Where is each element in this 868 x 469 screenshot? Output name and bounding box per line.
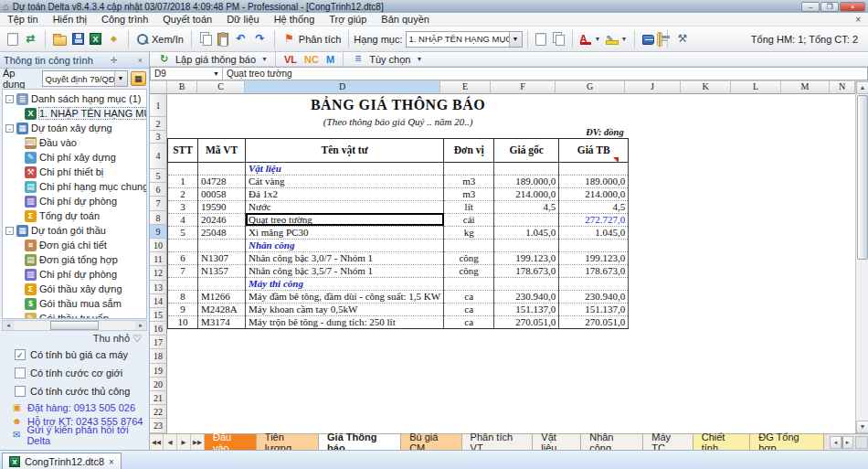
calculator-button[interactable] [657, 32, 662, 47]
column-header-B[interactable]: B [167, 81, 197, 94]
sheet-tab-2[interactable]: Tiên lượng [257, 434, 319, 450]
table-cell[interactable]: 1.045,0 [494, 226, 559, 239]
scrollbar-thumb[interactable] [857, 95, 868, 260]
table-cell[interactable]: 10 [168, 315, 198, 328]
table-cell[interactable]: 214.000,0 [494, 187, 559, 200]
row-header-10[interactable]: 10 [150, 239, 167, 252]
table-cell[interactable]: Đá 1x2 [246, 187, 444, 200]
open-button[interactable] [50, 31, 69, 48]
row-header-16[interactable]: 16 [150, 322, 167, 336]
table-cell[interactable]: N1307 [198, 251, 246, 264]
table-cell[interactable]: 5 [168, 226, 198, 239]
table-cell[interactable]: 2 [168, 187, 198, 200]
table-cell[interactable]: ca [444, 315, 494, 328]
sheet-tab-7[interactable]: Nhân công [581, 434, 643, 450]
table-row[interactable]: 6N1307Nhân công bậc 3,0/7 - Nhóm 1công19… [168, 251, 629, 264]
checkbox[interactable]: ✓ [15, 349, 26, 360]
vl-filter-button[interactable]: VL [284, 54, 297, 65]
column-header-L[interactable]: L [731, 81, 781, 94]
tools-button[interactable]: ◆ [104, 30, 123, 48]
table-cell[interactable]: 230.940,0 [494, 290, 559, 303]
column-header-M[interactable]: M [781, 81, 830, 94]
book-button[interactable] [640, 31, 657, 47]
copy-button[interactable] [196, 31, 215, 48]
checkbox[interactable] [15, 386, 26, 397]
table-cell[interactable]: Vật liệu [246, 162, 444, 175]
table-cell[interactable]: 1 [168, 175, 198, 187]
table-row[interactable]: 8M1266Máy đầm bê tông, đầm dùi - công su… [168, 290, 629, 303]
expander-icon[interactable]: - [5, 124, 14, 133]
font-color-button[interactable]: A▼ [577, 31, 604, 47]
menu-item-0[interactable]: Tệp tin [0, 13, 46, 27]
option-checkbox-row[interactable]: ✓Có tính bù giá ca máy [0, 346, 149, 364]
table-row[interactable]: 200058Đá 1x2m3214.000,0214.000,0 [168, 187, 629, 200]
chevron-down-icon[interactable]: ▼ [210, 68, 222, 80]
table-cell[interactable]: 151.137,0 [494, 303, 559, 315]
scrollbar-thumb[interactable] [842, 437, 843, 449]
table-cell[interactable]: 4,5 [559, 200, 629, 213]
column-header-D[interactable]: D [245, 81, 440, 94]
contact-link[interactable]: ▣Đặt hàng: 0913 505 026 [0, 400, 149, 414]
menu-item-3[interactable]: Quyết toán [155, 13, 219, 27]
table-cell[interactable]: M1266 [198, 290, 246, 303]
menu-item-5[interactable]: Hệ thống [267, 13, 323, 27]
document-tab[interactable]: X CongTrinh12.dtc8 × [2, 453, 122, 469]
table-cell[interactable]: 1.045,0 [559, 226, 629, 239]
row-header-12[interactable]: 12 [150, 266, 167, 280]
table-cell[interactable]: Nhân công bậc 3,5/7 - Nhóm 1 [246, 264, 444, 277]
scrollbar-thumb[interactable] [50, 321, 99, 330]
tree-item[interactable]: ✎Gói thầu tư vấn [3, 311, 146, 319]
tree-item[interactable]: $Gói thầu mua sắm [3, 296, 146, 311]
horizontal-scrollbar[interactable]: ◂ ▸ [830, 434, 868, 450]
next-sheet-icon[interactable]: ▶ [177, 434, 191, 450]
menu-item-7[interactable]: Bản quyền [374, 13, 437, 27]
table-cell[interactable] [168, 239, 198, 251]
tree-item[interactable]: X1. NHẬP TÊN HẠNG MỤC VÀO ĐÂY [3, 106, 146, 121]
table-cell[interactable]: 9 [168, 303, 198, 315]
scroll-left-icon[interactable]: ◂ [830, 436, 842, 449]
table-cell[interactable]: Cát vàng [246, 175, 444, 187]
price-table[interactable]: BẢNG GIÁ THÔNG BÁO(Theo thông báo giá Qu… [167, 94, 629, 329]
tree-item[interactable]: ▤Chi phí hạng mục chung [3, 179, 146, 194]
column-header-C[interactable]: C [197, 81, 245, 94]
collapse-link[interactable]: Thu nhỏ ♡ [0, 331, 149, 346]
table-cell[interactable]: 199.123,0 [494, 251, 559, 264]
table-cell[interactable]: 3 [168, 200, 198, 213]
table-cell[interactable]: 189.000,0 [559, 175, 629, 187]
select-all-corner[interactable] [150, 81, 167, 94]
option-checkbox-row[interactable]: Có tính cước cơ giới [0, 364, 149, 382]
table-cell[interactable] [198, 239, 246, 251]
table-cell[interactable]: Nhân công bậc 3,0/7 - Nhóm 1 [246, 251, 444, 264]
tree-horizontal-scrollbar[interactable]: ◂ ▸ [2, 320, 147, 331]
close-icon[interactable]: × [109, 457, 114, 467]
table-cell[interactable]: 272.727,0 [559, 213, 629, 226]
row-header-17[interactable]: 17 [150, 336, 167, 349]
chevron-down-icon[interactable]: ▼ [509, 32, 522, 47]
tree-item[interactable]: ΣGói thầu xây dựng [3, 282, 146, 296]
table-cell[interactable]: ca [444, 290, 494, 303]
table-row[interactable]: 319590Nướclít4,54,5 [168, 200, 629, 213]
table-cell[interactable]: 270.051,0 [494, 315, 559, 328]
checkbox[interactable] [15, 368, 26, 378]
menu-item-4[interactable]: Dữ liệu [219, 13, 267, 27]
row-header-13[interactable]: 13 [150, 281, 167, 294]
table-cell[interactable]: Xi măng PC30 [246, 226, 444, 239]
tree-item[interactable]: ⌨Đầu vào [3, 135, 146, 150]
row-header-11[interactable]: 11 [150, 252, 167, 266]
table-row[interactable]: 420246Quạt treo tườngcái272.727,0 [168, 213, 629, 226]
scroll-up-icon[interactable]: ▲ [856, 81, 868, 94]
close-panel-icon[interactable]: × [135, 56, 145, 65]
scroll-down-icon[interactable]: ▼ [856, 421, 868, 433]
table-cell[interactable]: cái [444, 213, 494, 226]
table-cell[interactable] [198, 162, 246, 175]
table-row[interactable]: 10M3174Máy trộn bê tông - dung tích: 250… [168, 315, 629, 328]
row-header-2[interactable]: 2 [150, 117, 167, 131]
table-cell[interactable]: 178.673,0 [494, 264, 559, 277]
decision-combobox[interactable]: Quyết định 79/QĐ-B... ▼ [42, 70, 128, 87]
row-header-6[interactable]: 6 [150, 183, 167, 197]
cell-name-box[interactable]: D9 ▼ [150, 67, 223, 80]
tree-item[interactable]: ▥Chi phí dự phòng [3, 194, 146, 208]
tree-item[interactable]: ⚒Chi phí thiết bị [3, 165, 146, 179]
table-row[interactable]: 104728Cát vàngm3189.000,0189.000,0 [168, 175, 629, 187]
column-header-K[interactable]: K [681, 81, 731, 94]
